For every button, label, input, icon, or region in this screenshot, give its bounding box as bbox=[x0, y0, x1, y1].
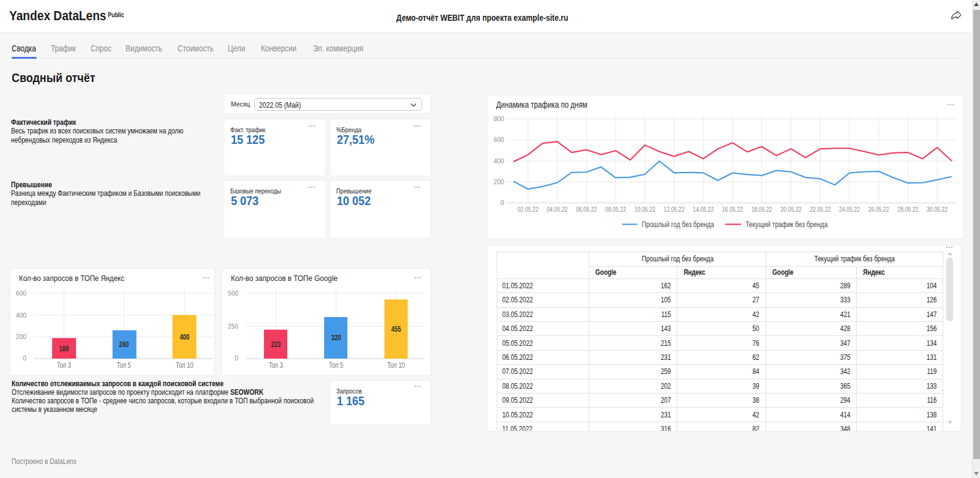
svg-text:28.05.22: 28.05.22 bbox=[897, 206, 918, 213]
svg-text:0: 0 bbox=[235, 354, 238, 362]
svg-text:400: 400 bbox=[179, 333, 189, 342]
svg-text:Топ 10: Топ 10 bbox=[387, 360, 405, 370]
svg-text:200: 200 bbox=[16, 333, 26, 340]
svg-text:10.05.22: 10.05.22 bbox=[635, 206, 655, 213]
svg-text:04.05.22: 04.05.22 bbox=[547, 206, 568, 213]
svg-text:Топ 5: Топ 5 bbox=[329, 360, 343, 370]
svg-text:260: 260 bbox=[119, 340, 129, 349]
svg-text:800: 800 bbox=[494, 115, 504, 122]
svg-text:Прошлый год без бренда: Прошлый год без бренда bbox=[642, 220, 714, 229]
svg-text:250: 250 bbox=[228, 323, 238, 330]
svg-text:16.05.22: 16.05.22 bbox=[722, 206, 743, 213]
svg-text:26.05.22: 26.05.22 bbox=[869, 206, 889, 213]
svg-text:455: 455 bbox=[391, 325, 401, 334]
svg-text:0: 0 bbox=[23, 354, 26, 362]
svg-text:500: 500 bbox=[228, 289, 238, 297]
svg-text:14.05.22: 14.05.22 bbox=[693, 206, 714, 213]
svg-text:Топ 10: Топ 10 bbox=[176, 360, 194, 370]
svg-text:600: 600 bbox=[16, 289, 26, 297]
svg-text:Топ 3: Топ 3 bbox=[57, 360, 71, 370]
svg-text:22.05.22: 22.05.22 bbox=[810, 206, 831, 213]
svg-text:Топ 5: Топ 5 bbox=[117, 360, 131, 370]
svg-text:Кол-во запросов в ТОПе Google: Кол-во запросов в ТОПе Google bbox=[231, 274, 337, 283]
svg-text:20.05.22: 20.05.22 bbox=[780, 206, 801, 213]
svg-text:400: 400 bbox=[494, 157, 504, 165]
svg-text:02.05.22: 02.05.22 bbox=[518, 206, 538, 213]
svg-text:12.05.22: 12.05.22 bbox=[664, 206, 685, 213]
svg-text:24.05.22: 24.05.22 bbox=[839, 206, 860, 213]
svg-text:18.05.22: 18.05.22 bbox=[752, 206, 772, 213]
svg-text:189: 189 bbox=[59, 345, 69, 353]
svg-text:223: 223 bbox=[271, 340, 281, 349]
svg-text:06.05.22: 06.05.22 bbox=[576, 206, 597, 213]
svg-text:08.05.22: 08.05.22 bbox=[605, 206, 626, 213]
svg-text:Динамика трафика по дням: Динамика трафика по дням bbox=[496, 100, 587, 110]
svg-text:200: 200 bbox=[494, 178, 504, 185]
svg-text:600: 600 bbox=[494, 136, 504, 143]
svg-text:320: 320 bbox=[331, 334, 341, 342]
svg-text:Кол-во запросов в ТОПе Яндекс: Кол-во запросов в ТОПе Яндекс bbox=[19, 274, 124, 283]
svg-text:Текущий трафик без бренда: Текущий трафик без бренда bbox=[745, 220, 827, 229]
svg-text:30.05.22: 30.05.22 bbox=[927, 206, 948, 213]
svg-text:400: 400 bbox=[16, 312, 26, 319]
svg-text:0: 0 bbox=[500, 199, 504, 206]
svg-text:Топ 3: Топ 3 bbox=[269, 360, 283, 370]
